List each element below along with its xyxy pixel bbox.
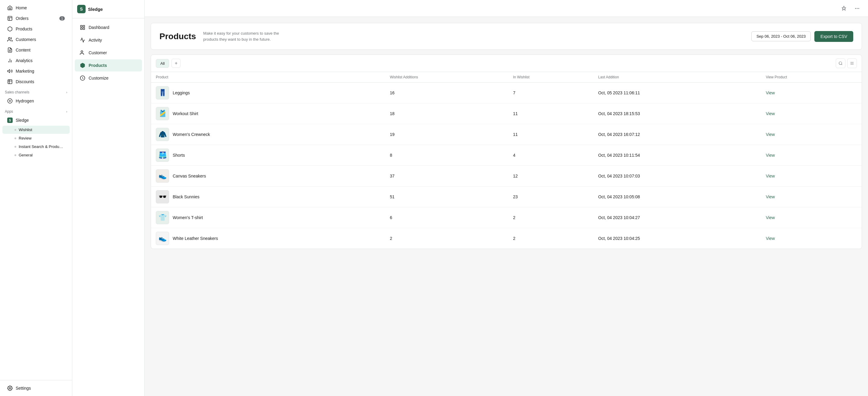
wishlist-additions-0: 16	[385, 83, 508, 103]
view-product-0[interactable]: View	[761, 83, 862, 103]
view-link-4[interactable]: View	[766, 174, 775, 178]
last-addition-5: Oct, 04 2023 10:05:08	[593, 187, 761, 207]
sidebar-item-marketing[interactable]: Marketing	[2, 66, 70, 76]
view-product-6[interactable]: View	[761, 207, 862, 228]
last-addition-4: Oct, 04 2023 10:07:03	[593, 166, 761, 187]
product-thumbnail-5: 🕶️	[156, 190, 169, 204]
hydrogen-icon	[7, 98, 13, 104]
sidebar-item-hydrogen[interactable]: Hydrogen	[2, 96, 70, 106]
sidebar-item-analytics[interactable]: Analytics	[2, 56, 70, 66]
view-product-7[interactable]: View	[761, 228, 862, 249]
product-cell-2: 🧥 Women's Crewneck	[151, 124, 385, 145]
search-filter-button[interactable]	[836, 58, 845, 68]
col-product: Product	[151, 72, 385, 83]
view-link-3[interactable]: View	[766, 153, 775, 158]
page-header-card: Products Make it easy for your customers…	[151, 23, 862, 50]
view-product-2[interactable]: View	[761, 124, 862, 145]
sidebar: Home Orders 1 Products Customers C	[0, 0, 72, 396]
col-wishlist-additions: Wishlist Additions	[385, 72, 508, 83]
sidebar-products-label: Products	[16, 27, 32, 31]
view-product-4[interactable]: View	[761, 166, 862, 187]
sidebar-content-label: Content	[16, 48, 30, 53]
view-product-3[interactable]: View	[761, 145, 862, 166]
dashboard-icon	[80, 24, 86, 30]
sort-button[interactable]	[847, 58, 857, 68]
sidebar-item-customers[interactable]: Customers	[2, 34, 70, 44]
in-wishlist-2: 11	[508, 124, 593, 145]
col-view-product: View Product	[761, 72, 862, 83]
date-range-button[interactable]: Sep 06, 2023 - Oct 06, 2023	[751, 31, 811, 41]
instant-search-dot	[14, 146, 16, 148]
view-link-2[interactable]: View	[766, 132, 775, 137]
in-wishlist-0: 7	[508, 83, 593, 103]
product-thumbnail-0: 👖	[156, 86, 169, 99]
product-cell-1: 🎽 Workout Shirt	[151, 103, 385, 124]
svg-line-18	[841, 64, 842, 65]
in-wishlist-7: 2	[508, 228, 593, 249]
apps-section: Apps ›	[0, 106, 72, 115]
sidebar-item-sledge[interactable]: S Sledge	[2, 115, 70, 125]
analytics-icon	[7, 58, 13, 63]
sidebar-sub-general[interactable]: General	[2, 151, 70, 159]
product-name-0: Leggings	[173, 90, 190, 95]
second-nav-customize-label: Customize	[89, 75, 108, 81]
product-cell-6: 👕 Women's T-shirt	[151, 207, 385, 228]
second-nav-activity[interactable]: Activity	[75, 34, 142, 46]
sidebar-discounts-label: Discounts	[16, 79, 34, 84]
table-row: 🧥 Women's Crewneck 19 11 Oct, 04 2023 16…	[151, 124, 862, 145]
add-tab-button[interactable]: +	[172, 59, 181, 68]
view-product-1[interactable]: View	[761, 103, 862, 124]
sidebar-sub-instant-search[interactable]: Instant Search & Product F...	[2, 143, 70, 151]
customers-icon	[7, 37, 13, 42]
product-cell-3: 🩳 Shorts	[151, 145, 385, 166]
more-options-icon[interactable]	[852, 4, 862, 13]
second-nav-customer[interactable]: Customer	[75, 47, 142, 59]
view-product-5[interactable]: View	[761, 187, 862, 207]
sidebar-item-discounts[interactable]: Discounts	[2, 77, 70, 87]
second-nav-dashboard-label: Dashboard	[89, 25, 110, 30]
products-table-body: 👖 Leggings 16 7 Oct, 05 2023 11:06:11 Vi…	[151, 83, 862, 249]
sidebar-item-content[interactable]: Content	[2, 45, 70, 55]
second-nav-products[interactable]: Products	[75, 59, 142, 71]
view-link-0[interactable]: View	[766, 90, 775, 95]
view-link-1[interactable]: View	[766, 111, 775, 116]
view-link-6[interactable]: View	[766, 215, 775, 220]
export-csv-button[interactable]: Export to CSV	[814, 31, 853, 42]
sidebar-sub-review[interactable]: Review	[2, 134, 70, 142]
product-name-5: Black Sunnies	[173, 194, 199, 199]
second-nav-customer-label: Customer	[89, 50, 107, 55]
view-link-5[interactable]: View	[766, 194, 775, 199]
header-actions: Sep 06, 2023 - Oct 06, 2023 Export to CS…	[751, 31, 853, 42]
sidebar-item-home[interactable]: Home	[2, 3, 70, 13]
product-thumbnail-4: 👟	[156, 170, 169, 183]
instant-search-label: Instant Search & Product F...	[19, 144, 64, 149]
sidebar-item-orders[interactable]: Orders 1	[2, 13, 70, 24]
sidebar-home-label: Home	[16, 5, 27, 10]
svg-point-14	[855, 8, 856, 9]
sidebar-sub-wishlist[interactable]: Wishlist	[2, 126, 70, 134]
all-tab[interactable]: All	[156, 59, 169, 68]
table-row: 👟 Canvas Sneakers 37 12 Oct, 04 2023 10:…	[151, 166, 862, 187]
apps-chevron[interactable]: ›	[66, 110, 67, 113]
table-row: 🩳 Shorts 8 4 Oct, 04 2023 10:11:54 View	[151, 145, 862, 166]
sidebar-item-settings[interactable]: Settings	[2, 383, 70, 393]
sidebar-marketing-label: Marketing	[16, 69, 34, 73]
product-name-3: Shorts	[173, 153, 185, 158]
product-name-6: Women's T-shirt	[173, 215, 203, 220]
pin-icon[interactable]	[839, 4, 849, 13]
topbar	[145, 0, 868, 17]
review-dot	[14, 138, 16, 139]
product-name-2: Women's Crewneck	[173, 132, 210, 137]
second-nav-dashboard[interactable]: Dashboard	[75, 21, 142, 33]
activity-nav-icon	[80, 37, 86, 43]
home-icon	[7, 5, 13, 10]
page-title: Products	[159, 32, 196, 41]
product-cell-5: 🕶️ Black Sunnies	[151, 187, 385, 207]
second-nav-customize[interactable]: Customize	[75, 72, 142, 84]
general-label: General	[19, 153, 33, 157]
customize-nav-icon	[80, 75, 86, 81]
sidebar-item-products[interactable]: Products	[2, 24, 70, 34]
view-link-7[interactable]: View	[766, 236, 775, 241]
table-row: 🎽 Workout Shirt 18 11 Oct, 04 2023 18:15…	[151, 103, 862, 124]
sales-channels-chevron[interactable]: ›	[66, 91, 67, 94]
